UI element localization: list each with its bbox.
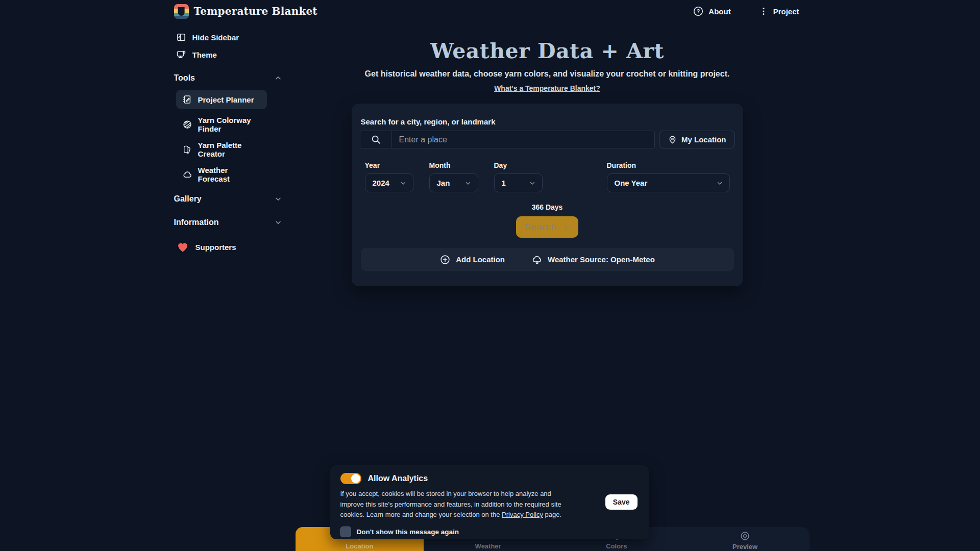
search-icon [360,131,392,148]
tool-label: Yarn Palette Creator [198,141,261,158]
month-label: Month [429,161,478,169]
tools-list: Project Planner Yarn Colorway Finder [173,90,285,184]
whats-a-temperature-blanket-link[interactable]: What's a Temperature Blanket? [494,84,600,92]
palette-swatches-icon [182,144,192,155]
hide-sidebar-label: Hide Sidebar [192,33,239,42]
analytics-toggle-row: Allow Analytics [340,473,639,484]
duration-select[interactable]: One Year [607,173,730,192]
sidebar: Hide Sidebar Theme Tools [171,22,285,286]
divider [179,137,284,137]
theme-label: Theme [192,51,217,59]
kebab-menu-icon [758,6,769,16]
theme-button[interactable]: Theme [173,46,285,63]
gallery-header-label: Gallery [174,194,202,204]
days-count-text: 366 Days [360,203,735,211]
chevron-up-icon [274,74,282,82]
sidebar-item-supporters[interactable]: Supporters [173,238,285,256]
my-location-label: My Location [681,135,726,144]
month-field: Month Jan [429,161,478,192]
day-field: Day 1 [494,161,543,192]
place-search-input[interactable] [392,131,654,148]
tool-label: Yarn Colorway Finder [198,116,261,133]
weather-source-button[interactable]: Weather Source: Open-Meteo [531,254,655,265]
day-select[interactable]: 1 [494,173,543,192]
year-value: 2024 [373,179,389,187]
year-select[interactable]: 2024 [365,173,413,192]
chevron-right-icon [562,223,570,231]
tools-header-label: Tools [174,73,195,83]
add-location-label: Add Location [456,255,505,264]
heart-icon [176,240,189,254]
sidebar-item-weather-forecast[interactable]: Weather Forecast [176,165,267,184]
sidebar-item-yarn-colorway-finder[interactable]: Yarn Colorway Finder [176,115,267,134]
page-title: Weather Data + Art [285,39,810,63]
tool-label: Project Planner [198,95,254,104]
place-search-box [360,131,655,148]
question-seal-icon: ? [693,6,704,17]
tab-preview-label: Preview [732,543,757,550]
plus-circle-icon [439,254,451,265]
year-label: Year [365,161,413,169]
app-logo-home[interactable]: Temperature Blanket [174,4,317,19]
project-label: Project [773,7,799,16]
divider [179,112,284,112]
sidebar-item-project-planner[interactable]: Project Planner [176,90,267,109]
sidebar-item-yarn-palette-creator[interactable]: Yarn Palette Creator [176,140,267,159]
privacy-policy-link[interactable]: Privacy Policy [502,511,543,518]
map-pin-icon [668,135,677,144]
month-select[interactable]: Jan [429,173,478,192]
information-header-label: Information [174,218,219,227]
cloud-gear-icon [531,254,543,265]
date-fields-row: Year 2024 Month Jan [360,161,735,192]
cookie-consent-banner: Allow Analytics If you accept, cookies w… [330,465,649,539]
search-row: My Location [360,131,735,148]
about-button[interactable]: ? About [693,6,730,17]
day-label: Day [494,161,543,169]
gallery-section-toggle[interactable]: Gallery [173,190,285,208]
header-actions: ? About Project [693,6,806,17]
day-value: 1 [502,179,506,187]
page-subtitle: Get historical weather data, choose yarn… [285,69,810,79]
weather-source-label: Weather Source: Open-Meteo [548,255,655,264]
dont-show-again-checkbox[interactable] [340,527,351,537]
allow-analytics-label: Allow Analytics [368,474,428,483]
duration-value: One Year [615,179,648,187]
location-search-card: Search for a city, region, or landmark [352,104,743,286]
allow-analytics-toggle[interactable] [340,473,361,484]
divider [179,162,284,162]
tools-section-toggle[interactable]: Tools [173,69,285,87]
tab-preview[interactable]: Preview [681,527,810,551]
svg-text:?: ? [697,9,700,14]
tab-weather-label: Weather [475,542,501,550]
information-section-toggle[interactable]: Information [173,214,285,231]
temperature-blanket-logo-icon [174,4,189,19]
search-button-label: Search [524,221,556,233]
save-button[interactable]: Save [605,494,638,510]
month-value: Jan [437,179,450,187]
tool-label: Weather Forecast [198,166,261,183]
project-planner-icon [182,94,192,105]
app-title: Temperature Blanket [194,5,317,17]
my-location-button[interactable]: My Location [659,131,735,148]
tab-colors-label: Colors [606,542,627,550]
app-container: Temperature Blanket ? About Project [171,0,810,551]
yarn-ball-icon [182,119,192,130]
cloud-icon [182,169,192,180]
chevron-down-icon [464,180,472,187]
duration-field: Duration One Year [607,161,730,192]
dont-show-again-label: Don't show this message again [357,528,459,536]
project-menu-button[interactable]: Project [758,6,799,16]
dont-show-again-row[interactable]: Don't show this message again [340,527,639,537]
duration-label: Duration [607,161,730,169]
search-section-label: Search for a city, region, or landmark [360,117,735,126]
chevron-down-icon [274,195,282,203]
tab-location-label: Location [346,542,373,550]
hide-sidebar-button[interactable]: Hide Sidebar [173,29,285,46]
year-field: Year 2024 [365,161,413,192]
main-content: Weather Data + Art Get historical weathe… [285,22,810,286]
add-location-button[interactable]: Add Location [439,254,505,265]
theme-monitor-gear-icon [176,49,186,60]
chevron-down-icon [716,180,723,187]
search-button[interactable]: Search [516,216,578,238]
top-header: Temperature Blanket ? About Project [171,0,810,22]
